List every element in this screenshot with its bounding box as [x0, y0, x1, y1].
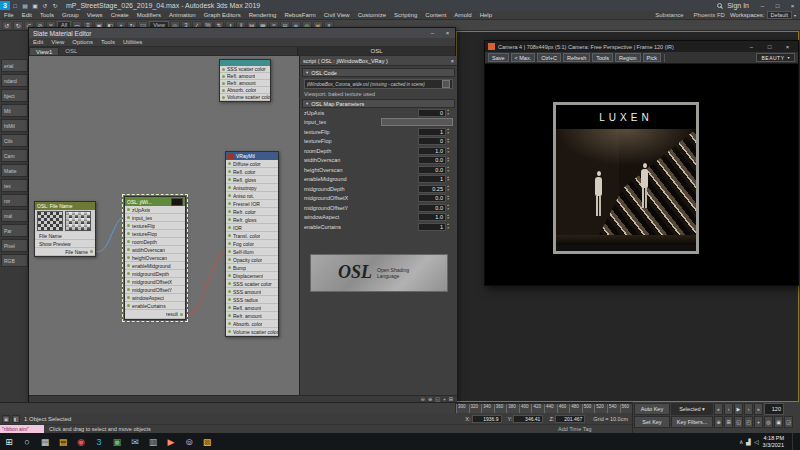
param-spinner[interactable]: ▴▾ — [447, 166, 453, 173]
node-row[interactable]: Show Preview — [35, 240, 95, 248]
browser-item-button[interactable]: Ctls — [1, 134, 28, 147]
node-port[interactable]: Absorb. color — [220, 87, 270, 94]
param-spinner[interactable]: ▴▾ — [447, 147, 453, 154]
workspace-selector[interactable]: Workspaces: Default ▾ — [730, 11, 800, 19]
fov-icon[interactable]: ◰ — [744, 416, 753, 428]
port-dot[interactable] — [228, 210, 231, 213]
param-spinner[interactable]: ▴▾ — [447, 223, 453, 230]
node-input-port[interactable]: windowAspect — [125, 294, 185, 302]
param-value-field[interactable]: 0 — [418, 137, 446, 145]
slate-menu-item[interactable]: Tools — [97, 39, 119, 45]
menu-item[interactable]: Tools — [36, 12, 58, 18]
browser-item-button[interactable]: ndard — [1, 74, 28, 87]
port-dot[interactable] — [228, 234, 231, 237]
browser-item-button[interactable]: RGB — [1, 254, 28, 267]
menu-item[interactable]: Graph Editors — [200, 12, 245, 18]
port-dot[interactable] — [228, 218, 231, 221]
param-spinner[interactable]: ▴▾ — [447, 204, 453, 211]
node-input-port[interactable]: Refl. amount — [226, 304, 278, 312]
port-dot[interactable] — [228, 330, 231, 333]
node-input-port[interactable]: Absorb. color — [226, 320, 278, 328]
browser-item-button[interactable]: Cam — [1, 149, 28, 162]
node-input-port[interactable]: enableCurtains — [125, 302, 185, 310]
osl-code-browse-button[interactable] — [442, 80, 450, 88]
port-dot[interactable] — [127, 280, 130, 283]
node-input-port[interactable]: zUpAxis — [125, 206, 185, 214]
vfb-copy-button[interactable]: Ctrl+C — [537, 53, 561, 62]
close-button[interactable]: × — [785, 0, 800, 11]
maximize-button[interactable]: □ — [770, 0, 785, 11]
node-port[interactable]: Volume scatter color — [220, 94, 270, 101]
param-value-field[interactable]: 1.0 — [418, 147, 446, 155]
network-icon[interactable]: ▟ — [746, 438, 751, 445]
vfb-max-button[interactable]: < Max. — [511, 53, 536, 62]
port-dot[interactable] — [228, 322, 231, 325]
notepad-icon[interactable]: ▥ — [145, 434, 161, 449]
current-frame-field[interactable]: 120 — [764, 403, 784, 415]
node-input-port[interactable]: midgroundOffsetY — [125, 286, 185, 294]
vfb-close-button[interactable]: × — [780, 41, 795, 52]
next-frame-button[interactable]: › — [744, 403, 753, 415]
browser-item-button[interactable]: mal — [1, 209, 28, 222]
port-dot[interactable] — [228, 306, 231, 309]
pan-icon[interactable]: + — [754, 416, 763, 428]
sign-in-link[interactable]: Sign In — [727, 2, 749, 9]
port-dot[interactable] — [228, 314, 231, 317]
browser-item-button[interactable]: Mtl — [1, 104, 28, 117]
folder-icon[interactable]: ▧ — [199, 434, 215, 449]
menu-item[interactable]: Views — [83, 12, 107, 18]
rollout-osl-map-parameters[interactable]: ▾ OSL Map Parameters — [302, 99, 455, 108]
task-view-icon[interactable]: ▦ — [37, 434, 53, 449]
slate-minimize-button[interactable]: – — [425, 28, 440, 38]
walkthrough-icon[interactable]: ◲ — [784, 416, 793, 428]
new-file-icon[interactable]: □ — [10, 1, 20, 10]
node-input-port[interactable]: SSS scatter color — [226, 280, 278, 288]
port-dot[interactable] — [228, 274, 231, 277]
node-port[interactable]: Refr. amount — [220, 80, 270, 87]
node-input-port[interactable]: Displacement — [226, 272, 278, 280]
vfb-maximize-button[interactable]: □ — [762, 41, 777, 52]
file-preview-thumbnail[interactable] — [37, 211, 63, 231]
prev-frame-button[interactable]: ‹ — [724, 403, 733, 415]
save-icon[interactable]: ▣ — [30, 1, 40, 10]
vfb-save-button[interactable]: Save — [488, 53, 509, 62]
node-row[interactable]: File Name — [35, 232, 95, 240]
vfb-minimize-button[interactable]: – — [744, 41, 759, 52]
param-value-field[interactable]: 1 — [418, 128, 446, 136]
browser-item-button[interactable]: htMtl — [1, 119, 28, 132]
node-input-port[interactable]: roomDepth — [125, 238, 185, 246]
tray-expand-icon[interactable]: ∧ — [739, 438, 743, 445]
port-dot[interactable] — [222, 89, 225, 92]
node-input-port[interactable]: Refr. amount — [226, 312, 278, 320]
x-coordinate-field[interactable]: 1936.9 — [472, 415, 502, 423]
y-coordinate-field[interactable]: 346.41 — [513, 415, 543, 423]
param-spinner[interactable]: ▴▾ — [447, 214, 453, 221]
menu-item[interactable]: Help — [476, 12, 496, 18]
zoom-extents-icon[interactable]: ◱ — [734, 416, 743, 428]
selection-set-dropdown[interactable]: Selected ▾ — [671, 403, 713, 415]
port-dot[interactable] — [228, 266, 231, 269]
node-osl-windowbox[interactable]: OSL: jiWi... zUpAxisinput_textextureFlip… — [124, 196, 186, 320]
browser-item-button[interactable]: Pixel — [1, 239, 28, 252]
start-button[interactable]: ⊞ — [0, 433, 18, 450]
slate-menu-item[interactable]: Options — [68, 39, 97, 45]
menu-item[interactable]: File — [0, 12, 18, 18]
search-icon[interactable]: ○ — [19, 434, 35, 449]
vfb-refresh-button[interactable]: Refresh — [563, 53, 590, 62]
port-dot[interactable] — [127, 224, 130, 227]
menu-item[interactable]: Arnold — [450, 12, 475, 18]
panel-close-icon[interactable]: × — [451, 58, 454, 64]
node-input-port[interactable]: midgroundDepth — [125, 270, 185, 278]
node-input-port[interactable]: Refl. gloss — [226, 176, 278, 184]
node-input-port[interactable]: Refr. color — [226, 208, 278, 216]
port-dot[interactable] — [228, 250, 231, 253]
port-dot[interactable] — [222, 68, 225, 71]
node-input-port[interactable]: Anisotropy — [226, 184, 278, 192]
node-header[interactable]: VRayMtl — [226, 152, 278, 160]
node-input-port[interactable]: Diffuse color — [226, 160, 278, 168]
port-dot[interactable] — [228, 242, 231, 245]
port-dot[interactable] — [222, 75, 225, 78]
volume-icon[interactable]: ◁ — [754, 438, 759, 445]
material-title-bar[interactable]: script ( OSL : jiWindowBox_VRay ) × — [300, 56, 457, 66]
browser-item-button[interactable]: tex — [1, 179, 28, 192]
